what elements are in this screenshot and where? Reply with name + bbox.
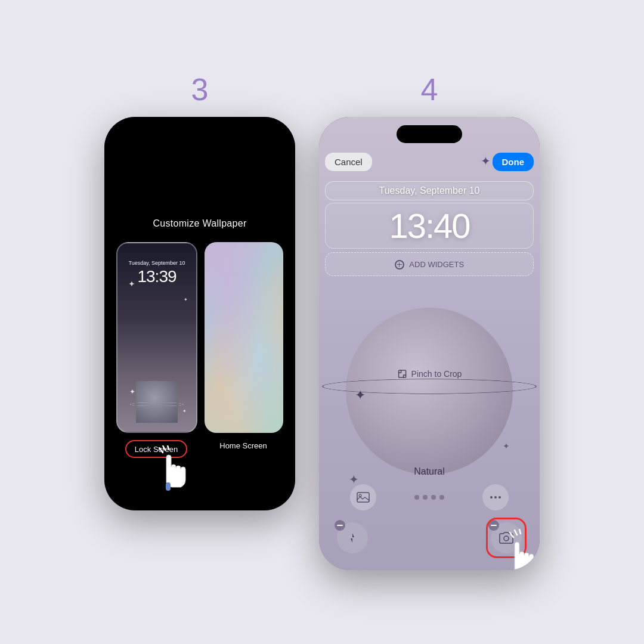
step-3-number: 3 bbox=[191, 74, 209, 105]
svg-line-12 bbox=[515, 530, 517, 535]
dot-2 bbox=[423, 495, 428, 500]
dynamic-island-4 bbox=[397, 125, 462, 143]
homescreen-preview bbox=[205, 242, 283, 433]
svg-line-11 bbox=[510, 532, 513, 537]
phone4-bottombar: Natural bbox=[319, 466, 540, 510]
svg-line-2 bbox=[168, 445, 169, 449]
style-label: Natural bbox=[319, 466, 540, 477]
phone3-screen: Customize Wallpaper Tuesday, September 1… bbox=[104, 117, 295, 510]
hand-icon-4 bbox=[504, 529, 540, 570]
homescreen-thumb[interactable] bbox=[205, 242, 283, 433]
flashlight-minus-badge bbox=[335, 520, 345, 531]
svg-rect-5 bbox=[357, 493, 369, 502]
svg-line-0 bbox=[159, 448, 163, 453]
step-4: 4 ✦ ✦ ✦ Cancel ✦ Done bbox=[319, 74, 540, 570]
sparkle-planet-1: ✦ bbox=[355, 388, 366, 403]
svg-line-1 bbox=[163, 445, 165, 450]
crop-icon bbox=[397, 369, 408, 379]
add-widgets-box[interactable]: ADD WIDGETS bbox=[325, 252, 534, 276]
svg-line-13 bbox=[519, 529, 521, 534]
main-container: 3 Customize Wallpaper Tuesday, September… bbox=[80, 50, 564, 594]
svg-point-9 bbox=[499, 496, 501, 499]
pinch-to-crop-label: Pinch to Crop bbox=[397, 369, 462, 379]
date-box[interactable]: Tuesday, September 10 bbox=[325, 181, 534, 200]
homescreen-label-container: Home Screen bbox=[203, 440, 283, 458]
phone-3: Customize Wallpaper Tuesday, September 1… bbox=[104, 117, 295, 510]
sparkle-1: ✦ bbox=[128, 279, 135, 289]
pinch-to-crop-text: Pinch to Crop bbox=[411, 369, 462, 379]
sparkle-4: ✦ bbox=[182, 408, 187, 414]
hand-cursor-4 bbox=[504, 529, 540, 570]
flashlight-icon bbox=[346, 531, 359, 544]
homescreen-label-text: Home Screen bbox=[219, 441, 267, 450]
svg-point-7 bbox=[490, 496, 493, 499]
svg-rect-4 bbox=[399, 370, 406, 377]
phone4-date-area: Tuesday, September 10 13:40 ADD WIDGETS bbox=[325, 181, 534, 276]
dot-1 bbox=[414, 495, 419, 500]
dynamic-island-3 bbox=[167, 125, 233, 143]
add-icon bbox=[395, 260, 404, 270]
dot-4 bbox=[439, 495, 444, 500]
bottom-icons-row bbox=[319, 484, 540, 510]
add-widgets-text: ADD WIDGETS bbox=[409, 260, 464, 269]
sparkle-planet-2: ✦ bbox=[503, 441, 510, 451]
lockscreen-preview: Tuesday, September 10 13:39 ✦ ✦ ✦ ✦ bbox=[117, 243, 196, 432]
star-badge-topbar: ✦ bbox=[481, 154, 491, 168]
svg-point-8 bbox=[494, 496, 497, 499]
time-box[interactable]: 13:40 bbox=[325, 203, 534, 249]
gallery-icon bbox=[357, 492, 370, 503]
wallpaper-options: Tuesday, September 10 13:39 ✦ ✦ ✦ ✦ bbox=[116, 242, 283, 433]
lockscreen-thumb[interactable]: Tuesday, September 10 13:39 ✦ ✦ ✦ ✦ bbox=[116, 242, 197, 433]
hand-icon-3 bbox=[158, 445, 201, 496]
cancel-button[interactable]: Cancel bbox=[325, 153, 372, 171]
step-4-number: 4 bbox=[421, 74, 438, 105]
phone4-screen: ✦ ✦ ✦ Cancel ✦ Done Tuesday, September 1… bbox=[319, 117, 540, 570]
more-options-btn[interactable] bbox=[482, 484, 509, 510]
more-icon bbox=[490, 496, 501, 499]
dots-row bbox=[414, 495, 444, 500]
flashlight-btn-container bbox=[337, 522, 368, 553]
phone4-topbar: Cancel ✦ Done bbox=[325, 153, 534, 171]
sparkle-2: ✦ bbox=[184, 297, 188, 302]
dot-3 bbox=[431, 495, 436, 500]
date-text: Tuesday, September 10 bbox=[379, 185, 480, 196]
phone-4: ✦ ✦ ✦ Cancel ✦ Done Tuesday, September 1… bbox=[319, 117, 540, 570]
sparkle-3: ✦ bbox=[129, 388, 135, 396]
step-3: 3 Customize Wallpaper Tuesday, September… bbox=[104, 74, 295, 510]
done-button[interactable]: Done bbox=[493, 153, 534, 171]
minus-line-flashlight bbox=[337, 525, 343, 526]
svg-rect-3 bbox=[166, 482, 171, 491]
mini-ring bbox=[130, 402, 184, 407]
mini-date: Tuesday, September 10 bbox=[117, 260, 196, 266]
customize-wallpaper-label: Customize Wallpaper bbox=[153, 218, 246, 229]
time-text: 13:40 bbox=[389, 206, 469, 245]
hand-cursor-3 bbox=[158, 445, 201, 499]
planet-ring-large bbox=[322, 379, 537, 394]
gallery-icon-btn[interactable] bbox=[350, 484, 376, 510]
